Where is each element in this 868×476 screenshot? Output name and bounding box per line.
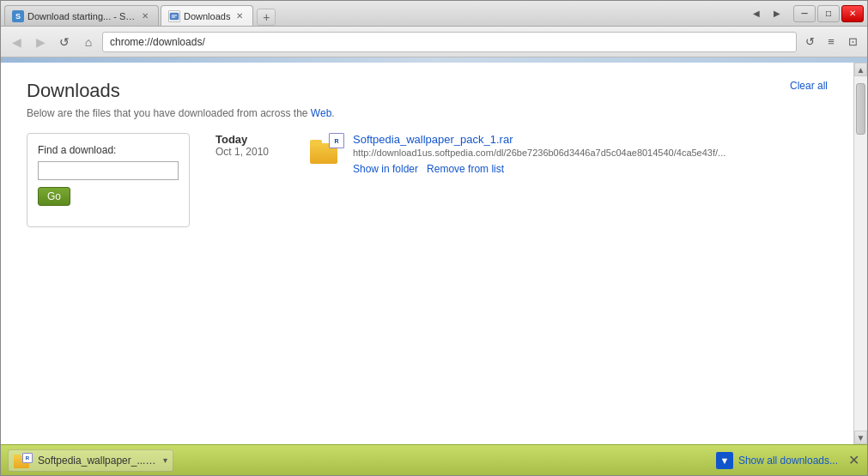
bottom-file-icon: R [14,453,33,468]
rar-badge: R [329,133,344,148]
bottom-chevron-icon[interactable]: ▾ [163,455,167,465]
download-filename[interactable]: Softpedia_wallpaper_pack_1.rar [353,133,513,146]
scroll-up-arrow[interactable]: ▲ [854,63,867,76]
folder-tab [310,140,322,145]
titlebar: S Download starting... - Sof... ✕ Downlo… [1,1,867,27]
download-group-today: Today Oct 1, 2010 R [215,133,725,175]
subtitle-text: Below are the files that you have downlo… [27,107,311,119]
minimize-button[interactable]: ─ [793,5,816,22]
nav-right-controls: ↺ ≡ ⊡ [800,33,862,51]
tab1-close-button[interactable]: ✕ [139,10,151,22]
scrollbar-thumb[interactable] [856,83,865,135]
date-section: Today Oct 1, 2010 [215,133,293,175]
tab2-label: Downloads [184,11,230,21]
remove-from-list-link[interactable]: Remove from list [427,163,504,175]
bottom-filename: Softpedia_wallpaper_....rar [38,455,158,467]
navbar: ◀ ▶ ↺ ⌂ chrome://downloads/ ↺ ≡ ⊡ [1,27,867,57]
download-url: http://download1us.softpedia.com/dl/26be… [353,148,725,158]
window-controls: ─ □ ✕ [793,5,864,22]
bottom-right-controls: ▼ Show all downloads... ✕ [716,452,860,469]
tab-scroll-right[interactable]: ▶ [768,4,786,23]
new-tab-icon-btn[interactable]: ⊡ [843,33,862,51]
tab-downloads[interactable]: Downloads ✕ [161,5,253,26]
tab1-label: Download starting... - Sof... [27,11,136,21]
download-actions: Show in folder Remove from list [353,163,725,175]
reload-button[interactable]: ↺ [54,32,75,52]
file-icon: R [310,133,344,164]
scrollbar-track [854,76,867,431]
scrollbar: ▲ ▼ [853,63,867,444]
tab2-close-button[interactable]: ✕ [234,10,246,22]
web-link[interactable]: Web [311,107,331,119]
home-button[interactable]: ⌂ [78,32,99,52]
show-in-folder-link[interactable]: Show in folder [353,163,418,175]
scroll-down-arrow[interactable]: ▼ [854,431,867,444]
clear-all-link[interactable]: Clear all [790,80,828,92]
bottom-close-button[interactable]: ✕ [847,454,860,467]
tab-download-starting[interactable]: S Download starting... - Sof... ✕ [4,5,159,26]
new-tab-button[interactable]: + [257,9,276,26]
bottom-bar: R Softpedia_wallpaper_....rar ▾ ▼ Show a… [1,444,867,475]
go-button[interactable]: Go [38,187,70,206]
menu-button[interactable]: ≡ [822,33,841,51]
find-label: Find a download: [38,144,179,156]
forward-button[interactable]: ▶ [30,32,51,52]
download-item: R Softpedia_wallpaper_pack_1.rar http://… [310,133,725,175]
bottom-download-item[interactable]: R Softpedia_wallpaper_....rar ▾ [8,449,173,472]
svg-rect-0 [170,13,179,20]
tab-bar: S Download starting... - Sof... ✕ Downlo… [4,1,744,26]
date-sub: Oct 1, 2010 [215,146,293,158]
tab-scroll-left[interactable]: ◀ [747,4,766,23]
tab2-favicon [168,10,180,22]
downloads-area: Find a download: Go Today Oct 1, 2010 [27,133,828,227]
show-all-downloads-link[interactable]: Show all downloads... [738,455,838,467]
find-input[interactable] [38,161,179,180]
tab1-favicon: S [12,10,24,22]
maximize-button[interactable]: □ [817,5,840,22]
download-info: Softpedia_wallpaper_pack_1.rar http://do… [353,133,725,175]
page-content: Downloads Below are the files that you h… [1,63,853,444]
back-button[interactable]: ◀ [6,32,27,52]
bottom-rar-badge: R [22,453,33,463]
reload-icon-btn[interactable]: ↺ [800,33,819,51]
find-box: Find a download: Go [27,133,190,227]
close-button[interactable]: ✕ [841,5,864,22]
page-subtitle: Below are the files that you have downlo… [27,107,828,119]
browser-window: S Download starting... - Sof... ✕ Downlo… [0,0,868,476]
page-title: Downloads [27,80,828,102]
download-list: Today Oct 1, 2010 R [215,133,725,227]
address-bar[interactable]: chrome://downloads/ [102,32,797,52]
bottom-folder-tab [14,455,21,458]
date-label: Today [215,133,293,146]
address-text: chrome://downloads/ [110,36,789,48]
show-all-icon: ▼ [716,452,733,469]
page-wrapper: Downloads Below are the files that you h… [1,63,867,444]
